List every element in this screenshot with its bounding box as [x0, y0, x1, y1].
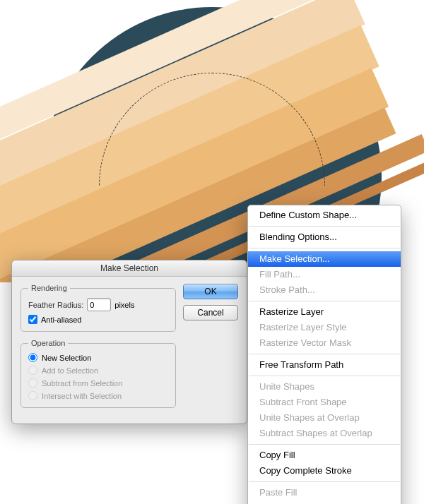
rendering-group: Rendering Feather Radius: pixels Anti-al… — [20, 284, 176, 332]
menu-item[interactable]: Rasterize Layer — [248, 304, 401, 320]
context-menu: Define Custom Shape...Blending Options..… — [247, 205, 401, 504]
feather-radius-input[interactable] — [87, 298, 111, 311]
menu-item: Unite Shapes — [248, 379, 401, 395]
menu-item[interactable]: Define Custom Shape... — [248, 208, 401, 223]
feather-label: Feather Radius: — [28, 301, 83, 309]
menu-item[interactable]: Make Selection... — [248, 251, 401, 267]
op-new-radio[interactable] — [28, 353, 37, 362]
operation-legend: Operation — [28, 339, 68, 347]
anti-aliased-label: Anti-aliased — [41, 316, 81, 324]
menu-separator — [249, 226, 400, 227]
ok-button[interactable]: OK — [183, 284, 238, 299]
op-sub-radio — [28, 378, 37, 388]
operation-group: Operation New Selection Add to Selection… — [20, 339, 176, 408]
menu-item[interactable]: Copy Complete Stroke — [248, 463, 401, 479]
menu-item[interactable]: Free Transform Path — [248, 357, 401, 373]
menu-item: Paste Complete Stroke — [248, 500, 401, 504]
dialog-title: Make Selection — [12, 260, 247, 277]
menu-separator — [249, 354, 400, 354]
menu-item: Stroke Path... — [248, 282, 401, 298]
menu-separator — [249, 481, 400, 482]
menu-separator — [249, 301, 400, 301]
menu-item: Rasterize Layer Style — [248, 320, 401, 335]
menu-item: Unite Shapes at Overlap — [248, 410, 401, 426]
op-add-radio — [28, 366, 37, 375]
menu-separator — [249, 248, 400, 248]
cancel-button[interactable]: Cancel — [183, 305, 238, 320]
op-int-radio — [28, 391, 37, 400]
menu-item: Subtract Front Shape — [248, 395, 401, 410]
op-add-label: Add to Selection — [42, 366, 98, 375]
make-selection-dialog: Make Selection Rendering Feather Radius:… — [11, 260, 247, 424]
menu-item[interactable]: Copy Fill — [248, 448, 401, 463]
rendering-legend: Rendering — [28, 284, 70, 292]
op-new-label: New Selection — [42, 354, 91, 362]
menu-item[interactable]: Blending Options... — [248, 229, 401, 245]
menu-separator — [249, 444, 400, 445]
anti-aliased-checkbox[interactable] — [28, 315, 37, 324]
menu-separator — [249, 376, 400, 376]
op-sub-label: Subtract from Selection — [42, 379, 122, 388]
menu-item: Paste Fill — [248, 485, 401, 500]
menu-item: Subtract Shapes at Overlap — [248, 426, 401, 441]
feather-unit: pixels — [114, 301, 134, 309]
op-int-label: Intersect with Selection — [42, 392, 122, 400]
menu-item: Fill Path... — [248, 267, 401, 282]
menu-item: Rasterize Vector Mask — [248, 335, 401, 351]
